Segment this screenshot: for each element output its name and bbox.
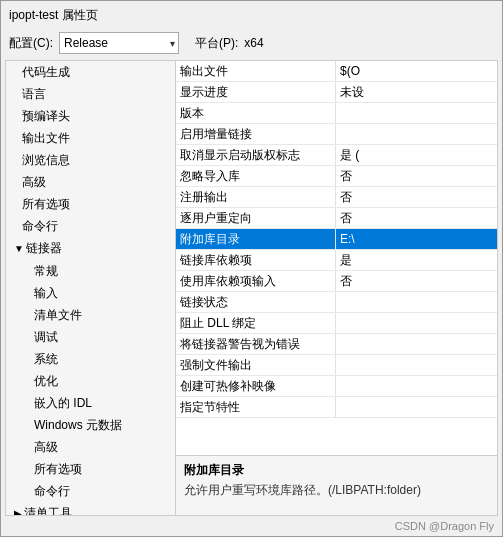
config-bar: 配置(C): Release 平台(P): x64 <box>1 28 502 60</box>
prop-name-use-lib-deps-input: 使用库依赖项输入 <box>176 271 336 291</box>
tree-label-command-line: 命令行 <box>22 219 58 233</box>
tree-label-linker-debug: 调试 <box>34 330 58 344</box>
right-panel: 输出文件$(O显示进度未设版本启用增量链接取消显示启动版权标志是 (忽略导入库否… <box>176 61 497 515</box>
prop-name-specify-section-attrs: 指定节特性 <box>176 397 336 417</box>
tree-arrow-manifest-tool: ▶ <box>14 505 22 515</box>
prop-row-additional-lib-dirs[interactable]: 附加库目录E:\ <box>176 229 497 250</box>
prop-name-ignore-libraries: 忽略导入库 <box>176 166 336 186</box>
property-table: 输出文件$(O显示进度未设版本启用增量链接取消显示启动版权标志是 (忽略导入库否… <box>176 61 497 455</box>
prop-row-treat-linker-warnings[interactable]: 将链接器警告视为错误 <box>176 334 497 355</box>
prop-row-specify-section-attrs[interactable]: 指定节特性 <box>176 397 497 418</box>
tree-item-linker-all-options[interactable]: 所有选项 <box>6 458 175 480</box>
tree-item-code-gen[interactable]: 代码生成 <box>6 61 175 83</box>
tree-item-precompiled-header[interactable]: 预编译头 <box>6 105 175 127</box>
tree-label-language: 语言 <box>22 87 46 101</box>
prop-row-prevent-dll-binding[interactable]: 阻止 DLL 绑定 <box>176 313 497 334</box>
tree-item-linker[interactable]: ▼链接器 <box>6 237 175 260</box>
prop-value-additional-lib-dirs: E:\ <box>336 229 497 249</box>
prop-value-show-progress: 未设 <box>336 82 497 102</box>
tree-item-linker-debug[interactable]: 调试 <box>6 326 175 348</box>
prop-name-create-hot-patch-image: 创建可热修补映像 <box>176 376 336 396</box>
tree-label-linker-system: 系统 <box>34 352 58 366</box>
tree-item-linker-general[interactable]: 常规 <box>6 260 175 282</box>
prop-row-output-file[interactable]: 输出文件$(O <box>176 61 497 82</box>
prop-name-treat-linker-warnings: 将链接器警告视为错误 <box>176 334 336 354</box>
prop-value-version <box>336 103 497 123</box>
prop-name-output-file: 输出文件 <box>176 61 336 81</box>
tree-item-all-options[interactable]: 所有选项 <box>6 193 175 215</box>
prop-value-treat-linker-warnings <box>336 334 497 354</box>
tree-item-linker-system[interactable]: 系统 <box>6 348 175 370</box>
config-label: 配置(C): <box>9 35 53 52</box>
prop-value-ignore-libraries: 否 <box>336 166 497 186</box>
tree-item-output-file[interactable]: 输出文件 <box>6 127 175 149</box>
prop-name-enable-incremental-link: 启用增量链接 <box>176 124 336 144</box>
tree-item-linker-input[interactable]: 输入 <box>6 282 175 304</box>
tree-label-code-gen: 代码生成 <box>22 65 70 79</box>
tree-arrow-linker: ▼ <box>14 240 24 258</box>
prop-row-link-status[interactable]: 链接状态 <box>176 292 497 313</box>
tree-label-linker-all-options: 所有选项 <box>34 462 82 476</box>
prop-value-link-status <box>336 292 497 312</box>
prop-row-per-user-redirect[interactable]: 逐用户重定向否 <box>176 208 497 229</box>
prop-row-use-lib-deps-input[interactable]: 使用库依赖项输入否 <box>176 271 497 292</box>
footer-text: CSDN @Dragon Fly <box>395 520 494 532</box>
description-panel: 附加库目录 允许用户重写环境库路径。(/LIBPATH:folder) <box>176 455 497 515</box>
left-panel: 代码生成语言预编译头输出文件浏览信息高级所有选项命令行▼链接器常规输入清单文件调… <box>6 61 176 515</box>
prop-name-register-output: 注册输出 <box>176 187 336 207</box>
tree-item-manifest-tool[interactable]: ▶清单工具 <box>6 502 175 515</box>
config-select-wrapper[interactable]: Release <box>59 32 179 54</box>
prop-value-output-file: $(O <box>336 61 497 81</box>
tree-item-language[interactable]: 语言 <box>6 83 175 105</box>
prop-value-force-file-output <box>336 355 497 375</box>
prop-value-use-lib-deps-input: 否 <box>336 271 497 291</box>
tree-label-advanced: 高级 <box>22 175 46 189</box>
tree-label-manifest-tool: 清单工具 <box>24 506 72 515</box>
prop-value-link-lib-deps: 是 <box>336 250 497 270</box>
tree-label-linker-general: 常规 <box>34 264 58 278</box>
prop-value-suppress-startup-banner: 是 ( <box>336 145 497 165</box>
tree-item-linker-command-line[interactable]: 命令行 <box>6 480 175 502</box>
tree-item-browse-info[interactable]: 浏览信息 <box>6 149 175 171</box>
footer-bar: CSDN @Dragon Fly <box>1 516 502 536</box>
tree-item-linker-windows-meta[interactable]: Windows 元数据 <box>6 414 175 436</box>
prop-row-version[interactable]: 版本 <box>176 103 497 124</box>
tree-item-linker-optimize[interactable]: 优化 <box>6 370 175 392</box>
prop-value-enable-incremental-link <box>336 124 497 144</box>
tree-item-advanced[interactable]: 高级 <box>6 171 175 193</box>
prop-row-force-file-output[interactable]: 强制文件输出 <box>176 355 497 376</box>
tree-label-linker: 链接器 <box>26 241 62 255</box>
prop-row-enable-incremental-link[interactable]: 启用增量链接 <box>176 124 497 145</box>
tree-item-linker-manifest[interactable]: 清单文件 <box>6 304 175 326</box>
tree-label-linker-optimize: 优化 <box>34 374 58 388</box>
prop-name-link-status: 链接状态 <box>176 292 336 312</box>
prop-row-create-hot-patch-image[interactable]: 创建可热修补映像 <box>176 376 497 397</box>
prop-value-register-output: 否 <box>336 187 497 207</box>
prop-name-prevent-dll-binding: 阻止 DLL 绑定 <box>176 313 336 333</box>
platform-label: 平台(P): <box>195 35 238 52</box>
tree-label-linker-input: 输入 <box>34 286 58 300</box>
config-select[interactable]: Release <box>59 32 179 54</box>
tree-label-precompiled-header: 预编译头 <box>22 109 70 123</box>
prop-row-ignore-libraries[interactable]: 忽略导入库否 <box>176 166 497 187</box>
prop-name-per-user-redirect: 逐用户重定向 <box>176 208 336 228</box>
tree-label-linker-advanced: 高级 <box>34 440 58 454</box>
prop-row-link-lib-deps[interactable]: 链接库依赖项是 <box>176 250 497 271</box>
main-content: 代码生成语言预编译头输出文件浏览信息高级所有选项命令行▼链接器常规输入清单文件调… <box>5 60 498 516</box>
prop-row-suppress-startup-banner[interactable]: 取消显示启动版权标志是 ( <box>176 145 497 166</box>
tree-item-linker-advanced[interactable]: 高级 <box>6 436 175 458</box>
tree-item-command-line[interactable]: 命令行 <box>6 215 175 237</box>
prop-value-per-user-redirect: 否 <box>336 208 497 228</box>
prop-row-show-progress[interactable]: 显示进度未设 <box>176 82 497 103</box>
tree-label-all-options: 所有选项 <box>22 197 70 211</box>
prop-row-register-output[interactable]: 注册输出否 <box>176 187 497 208</box>
tree-label-linker-manifest: 清单文件 <box>34 308 82 322</box>
tree-item-linker-idl[interactable]: 嵌入的 IDL <box>6 392 175 414</box>
window-title: ipopt-test 属性页 <box>9 8 98 22</box>
platform-value: x64 <box>244 36 263 50</box>
prop-name-link-lib-deps: 链接库依赖项 <box>176 250 336 270</box>
prop-name-version: 版本 <box>176 103 336 123</box>
prop-value-create-hot-patch-image <box>336 376 497 396</box>
title-bar: ipopt-test 属性页 <box>1 1 502 28</box>
property-window: ipopt-test 属性页 配置(C): Release 平台(P): x64… <box>0 0 503 537</box>
